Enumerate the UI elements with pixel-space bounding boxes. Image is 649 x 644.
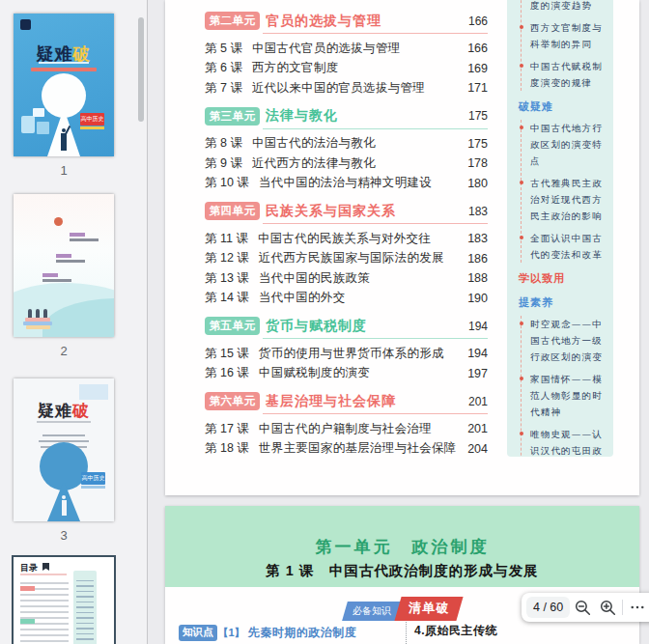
course-page-number: 201: [467, 422, 488, 435]
note-item: 家国情怀——模范人物彰显的时代精神: [530, 371, 607, 420]
notes-heading: 学以致用: [519, 270, 607, 287]
thumbnail-page-number: 1: [14, 163, 114, 178]
toc-unit-header: 第四单元 民族关系与国家关系 183: [205, 202, 488, 224]
toc-course-row: 第 8 课 中国古代的法治与教化 175: [205, 134, 488, 154]
column-divider: [406, 622, 407, 644]
course-label: 第 6 课: [205, 60, 242, 76]
person-silhouette: [62, 500, 67, 516]
zoom-out-button[interactable]: [570, 595, 595, 620]
cover-art: [21, 116, 35, 133]
publisher-logo-icon: [20, 19, 31, 30]
unit-page-number: 194: [468, 320, 488, 333]
course-page-number: 171: [467, 81, 488, 95]
course-page-number: 180: [467, 177, 488, 190]
course-label: 第 13 课: [205, 270, 249, 287]
toc-unit-header: 第五单元 货币与赋税制度 194: [205, 317, 488, 339]
course-label: 第 5 课: [205, 41, 242, 57]
three-dots-icon: [629, 599, 646, 616]
toc-unit: 第六单元 基层治理与社会保障 201 第 17 课 中国古代的户籍制度与社会治理…: [205, 392, 488, 459]
magnifier-plus-icon: [599, 599, 617, 617]
course-label: 第 9 课: [205, 155, 242, 172]
toc-course-list: 第 15 课 货币的使用与世界货币体系的形成 194 第 16 课 中国赋税制度…: [205, 344, 488, 383]
cover-art: [42, 273, 58, 277]
course-label: 第 10 课: [205, 175, 249, 191]
pdf-page-contents: 第二单元 官员的选拔与管理 166 第 5 课 中国古代官员的选拔与管理 166…: [165, 0, 639, 495]
lesson-header-title: 第 1 课 中国古代政治制度的形成与发展: [165, 562, 639, 580]
cover-art: [37, 122, 49, 134]
toolbar-divider: [622, 600, 623, 615]
knowledge-point-badge: 知识点: [179, 625, 217, 641]
series-badge-strip: [81, 486, 105, 489]
note-item: 古代雅典民主政治对近现代西方民主政治的影响: [530, 175, 607, 224]
course-label: 第 18 课: [205, 440, 249, 457]
unit-header-band: 第一单元 政治制度 第 1 课 中国古代政治制度的形成与发展: [165, 506, 639, 587]
zoom-in-button[interactable]: [595, 595, 620, 620]
course-page-number: 194: [467, 347, 488, 360]
section-banner-left: 必备知识: [342, 602, 402, 621]
course-label: 第 15 课: [205, 346, 249, 362]
course-label: 第 14 课: [205, 290, 249, 306]
unit-badge: 第二单元: [205, 12, 260, 30]
thumbnail-page-number: 2: [14, 344, 114, 358]
course-page-number: 186: [467, 252, 488, 266]
toc-unit-header: 第二单元 官员的选拔与管理 166: [205, 12, 488, 34]
thumbnail-page-1[interactable]: 疑难破 高中历史 1: [14, 14, 114, 178]
course-label: 第 7 课: [205, 80, 242, 97]
notes-group: 中国古代选官制度的演变趋势 西方文官制度与科举制的异同 中国古代赋税制度演变的规…: [521, 0, 607, 91]
course-label: 第 12 课: [205, 250, 249, 266]
cover-art: [79, 384, 108, 400]
cover-art: [33, 108, 44, 117]
sun-art: [54, 217, 63, 226]
sidebar-scrollbar-thumb[interactable]: [138, 17, 144, 122]
cover-art: [56, 260, 85, 263]
thumbnail-contents-page[interactable]: 目录: [14, 557, 114, 644]
unit-page-number: 166: [468, 14, 488, 28]
person-silhouette: [61, 133, 67, 151]
mini-unit-chip: [20, 619, 35, 624]
course-title: 近代西方的法律与教化: [252, 155, 467, 172]
course-title: 货币的使用与世界货币体系的形成: [259, 346, 467, 362]
toc-unit: 第五单元 货币与赋税制度 194 第 15 课 货币的使用与世界货币体系的形成 …: [205, 317, 488, 383]
second-column-text: 4.原始民主传统: [414, 623, 497, 639]
more-options-button[interactable]: [625, 595, 649, 620]
unit-title: 官员的选拔与管理: [266, 13, 468, 30]
toc-unit: 第二单元 官员的选拔与管理 166 第 5 课 中国古代官员的选拔与管理 166…: [205, 12, 488, 98]
course-page-number: 166: [467, 42, 488, 55]
knowledge-point-row: 知识点 【1】 先秦时期的政治制度: [179, 624, 356, 641]
thumbnail-cover-image[interactable]: 疑难破 高中历史: [14, 14, 114, 156]
course-title: 中国古代官员的选拔与管理: [252, 41, 467, 57]
toc-course-list: 第 8 课 中国古代的法治与教化 175 第 9 课 近代西方的法律与教化 17…: [205, 134, 488, 194]
toc-course-row: 第 14 课 当代中国的外交 190: [205, 289, 488, 309]
course-page-number: 204: [467, 442, 488, 456]
series-badge: 高中历史: [81, 472, 105, 485]
thumbnail-page-2[interactable]: 2: [14, 194, 114, 358]
document-view: 第二单元 官员的选拔与管理 166 第 5 课 中国古代官员的选拔与管理 166…: [148, 0, 649, 644]
pdf-viewer-window: 疑难破 高中历史 1: [0, 0, 649, 644]
toc-course-row: 第 7 课 近代以来中国的官员选拔与管理 171: [205, 78, 488, 98]
thumbnail-page-3[interactable]: 疑难破 高中历史 3: [14, 378, 114, 543]
unit-title: 民族关系与国家关系: [266, 203, 468, 220]
margin-notes-panel: 中国古代选官制度的演变趋势 西方文官制度与科举制的异同 中国古代赋税制度演变的规…: [507, 0, 613, 457]
course-page-number: 197: [467, 367, 488, 380]
page-number-indicator[interactable]: 4 / 60: [526, 597, 570, 618]
course-title: 当代中国的民族政策: [259, 270, 467, 287]
toc-course-row: 第 16 课 中国赋税制度的演变 197: [205, 364, 488, 384]
toc-course-row: 第 5 课 中国古代官员的选拔与管理 166: [205, 39, 488, 59]
unit-badge: 第四单元: [205, 202, 260, 220]
thumbnail-cover-image[interactable]: 疑难破 高中历史: [14, 378, 114, 521]
mini-notes-lines: [76, 576, 94, 644]
course-page-number: 169: [467, 62, 488, 75]
mini-unit-chip: [20, 586, 35, 591]
unit-title: 法律与教化: [266, 107, 468, 125]
thumbnail-cover-image[interactable]: [14, 194, 114, 337]
knowledge-point-index: 【1】: [218, 626, 245, 640]
notes-group: 时空观念——中国古代地方一级行政区划的演变 家国情怀——模范人物彰显的时代精神 …: [521, 316, 607, 457]
notes-heading: 提素养: [519, 294, 607, 311]
course-page-number: 190: [467, 292, 488, 305]
thumbnail-page-4-selected[interactable]: 目录 4: [14, 557, 114, 644]
cover-subtitle-line: [37, 421, 91, 423]
magnifier-minus-icon: [574, 599, 592, 617]
toc-course-row: 第 12 课 近代西方民族国家与国际法的发展 186: [205, 249, 488, 269]
toc-course-row: 第 10 课 当代中国的法治与精神文明建设 180: [205, 174, 488, 194]
mini-line: [20, 574, 67, 575]
